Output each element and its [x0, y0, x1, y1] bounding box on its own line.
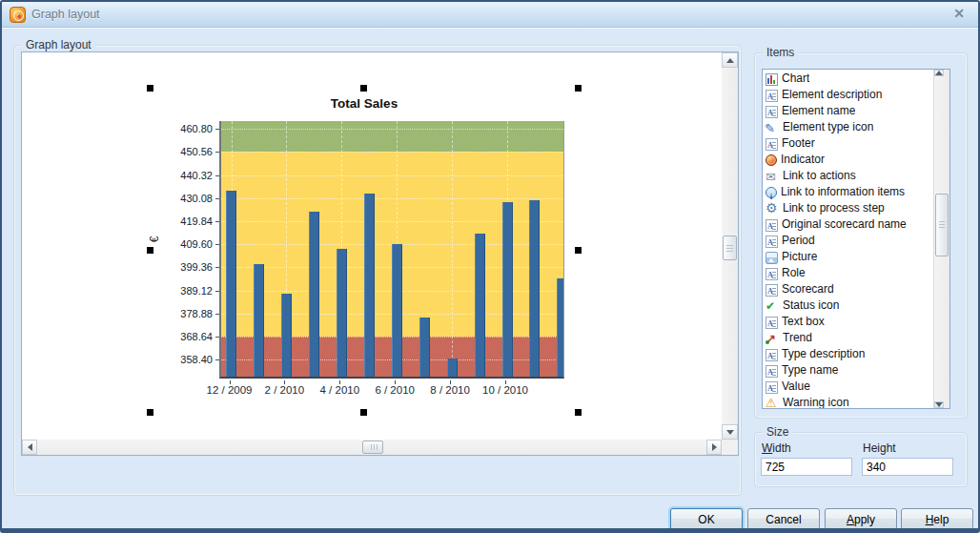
y-tick-label: 389.12 [165, 285, 213, 297]
chart-bar [475, 234, 485, 377]
envelope-icon [766, 170, 779, 183]
arrow-down-icon [935, 402, 943, 407]
y-tick-mark [215, 337, 219, 338]
x-tick-mark [339, 380, 340, 384]
help-button[interactable]: Help [901, 508, 973, 530]
chart-object[interactable]: Total Sales € 358.40368.64378.88389.1239… [150, 88, 579, 413]
size-group-label: Size [763, 425, 792, 439]
text-icon [766, 106, 778, 118]
item-warning-icon[interactable]: Warning icon [765, 395, 932, 409]
y-tick-label: 419.84 [165, 215, 213, 227]
window-title: Graph layout [31, 8, 100, 21]
height-input[interactable] [862, 458, 953, 476]
item-picture[interactable]: Picture [765, 249, 932, 265]
y-tick-mark [215, 267, 219, 268]
y-tick-mark [215, 129, 219, 130]
scroll-up-button[interactable] [722, 52, 738, 68]
cancel-button[interactable]: Cancel [747, 508, 820, 530]
arrow-down-icon [726, 430, 734, 435]
arrow-up-icon [935, 71, 943, 75]
info-icon [766, 187, 777, 198]
close-icon[interactable]: ✕ [953, 6, 965, 21]
y-tick-mark [215, 175, 219, 176]
item-value[interactable]: Value [765, 379, 932, 395]
scroll-left-button[interactable] [22, 440, 37, 455]
item-element-description[interactable]: Element description [765, 87, 932, 103]
chart-bar [226, 191, 236, 377]
arrow-left-icon [28, 443, 32, 451]
items-scroll-up-button[interactable] [934, 70, 944, 76]
preview-canvas[interactable]: Total Sales € 358.40368.64378.88389.1239… [22, 52, 722, 440]
titlebar[interactable]: Graph layout ✕ [2, 2, 978, 28]
text-icon [766, 349, 778, 361]
vertical-scroll-thumb[interactable] [723, 236, 737, 260]
item-role[interactable]: Role [765, 265, 932, 281]
item-element-name[interactable]: Element name [765, 103, 932, 119]
horizontal-scroll-thumb[interactable] [362, 441, 383, 454]
resize-handle-middle-right[interactable] [575, 247, 582, 254]
scroll-right-button[interactable] [706, 440, 722, 455]
resize-handle-middle-left[interactable] [147, 247, 153, 254]
items-scroll-down-button[interactable] [934, 401, 944, 408]
item-element-type-icon[interactable]: Element type icon [765, 119, 932, 135]
width-label: Width [762, 441, 791, 455]
y-tick-label: 440.32 [165, 170, 213, 181]
x-tick-mark [230, 380, 231, 384]
item-link-to-information-items[interactable]: Link to information items [765, 184, 932, 200]
chart-bar [392, 244, 402, 377]
item-chart[interactable]: Chart [765, 71, 932, 87]
y-tick-mark [215, 291, 219, 292]
resize-handle-top-left[interactable] [147, 85, 153, 92]
scroll-down-button[interactable] [722, 424, 738, 440]
warning-icon [766, 397, 779, 410]
item-type-name[interactable]: Type name [765, 362, 932, 379]
item-text-box[interactable]: Text box [765, 314, 932, 330]
item-scorecard[interactable]: Scorecard [765, 281, 932, 297]
gauge-app-icon [10, 7, 26, 23]
items-list[interactable]: Chart Element description Element name E… [762, 69, 950, 409]
y-tick-mark [215, 359, 219, 360]
text-icon [766, 268, 778, 280]
item-link-to-process-step[interactable]: Link to process step [765, 200, 932, 216]
threshold-band-green [221, 121, 563, 152]
graph-layout-group: Graph layout Total Sales € [13, 45, 742, 496]
preview-canvas-wrap: Total Sales € 358.40368.64378.88389.1239… [21, 51, 739, 456]
check-icon [766, 299, 779, 313]
item-indicator[interactable]: Indicator [765, 152, 932, 168]
resize-handle-top-middle[interactable] [360, 85, 367, 92]
horizontal-gridline [221, 129, 563, 130]
items-scrollbar[interactable] [933, 70, 949, 408]
text-icon [766, 381, 778, 394]
y-tick-label: 399.36 [165, 261, 213, 273]
text-icon [766, 236, 778, 248]
item-trend[interactable]: Trend [765, 330, 932, 346]
arrow-up-icon [726, 58, 734, 63]
resize-handle-bottom-left[interactable] [147, 409, 153, 416]
items-scroll-thumb[interactable] [935, 194, 949, 256]
ok-button[interactable]: OK [670, 508, 743, 530]
apply-button[interactable]: Apply [825, 508, 897, 530]
item-status-icon[interactable]: Status icon [765, 297, 932, 314]
resize-handle-bottom-right[interactable] [575, 409, 582, 416]
canvas-horizontal-scrollbar[interactable] [22, 440, 722, 455]
resize-handle-top-right[interactable] [575, 85, 582, 92]
item-original-scorecard-name[interactable]: Original scorecard name [765, 216, 932, 233]
item-link-to-actions[interactable]: Link to actions [765, 168, 932, 184]
chart-bar [447, 359, 458, 377]
item-footer[interactable]: Footer [765, 135, 932, 152]
resize-handle-bottom-middle[interactable] [360, 409, 367, 416]
item-period[interactable]: Period [765, 233, 932, 249]
y-tick-label: 430.08 [165, 193, 213, 204]
y-tick-mark [215, 244, 219, 245]
arrow-right-icon [712, 443, 717, 451]
chart-bar [364, 194, 375, 377]
text-icon [766, 90, 778, 102]
gear-icon [766, 202, 779, 215]
canvas-vertical-scrollbar[interactable] [722, 52, 738, 440]
item-type-description[interactable]: Type description [765, 346, 932, 362]
y-tick-label: 378.88 [165, 308, 213, 319]
width-input[interactable] [761, 458, 852, 476]
y-tick-mark [215, 198, 219, 199]
vertical-gridline [452, 121, 453, 377]
x-tick-mark [395, 380, 396, 384]
